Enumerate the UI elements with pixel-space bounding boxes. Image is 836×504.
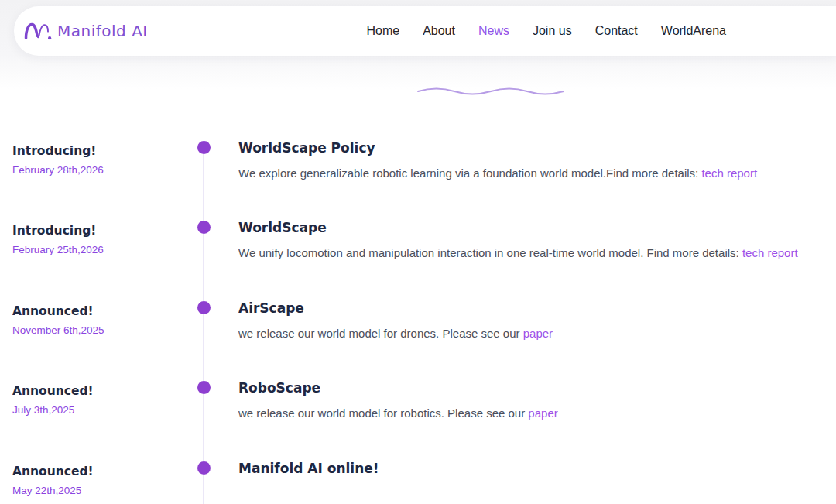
news-link[interactable]: paper [528,406,557,420]
news-title: WorldScape Policy [238,140,821,156]
news-content: WorldScape Policy We explore generalizab… [238,140,821,180]
nav-item-worldarena[interactable]: WorldArena [661,24,726,38]
news-date: July 3th,2025 [12,404,94,416]
news-meta: Announced! November 6th,2025 [12,303,104,336]
news-item: Introducing! February 28th,2026 WorldSca… [0,140,836,218]
news-meta: Announced! July 3th,2025 [12,383,94,416]
news-content: WorldScape We unify locomotion and manip… [238,220,821,260]
nav-item-about[interactable]: About [423,24,455,38]
nav-item-news[interactable]: News [478,24,509,38]
news-status-label: Introducing! [12,223,104,239]
wave-divider [416,84,565,98]
news-status-label: Announced! [12,383,94,399]
timeline-dot-icon [197,141,211,154]
manifold-squiggle-icon [23,19,53,43]
brand-logo[interactable]: Manifold AI [23,19,148,43]
news-content: AirScape we release our world model for … [238,300,821,341]
news-title: RoboScape [238,380,821,396]
brand-name: Manifold AI [57,22,148,40]
nav-item-join-us[interactable]: Join us [533,24,572,38]
news-meta: Introducing! February 25th,2026 [12,223,104,255]
news-item: Introducing! February 25th,2026 WorldSca… [0,220,836,297]
timeline-dot-icon [197,301,211,314]
news-title: Manifold AI online! [238,461,821,477]
news-body: We unify locomotion and manipulation int… [238,245,821,260]
news-body: we release our world model for drones. P… [238,326,821,341]
timeline-dot-icon [197,461,211,475]
news-title: WorldScape [238,220,821,236]
news-link[interactable]: tech report [701,166,757,180]
main-nav: Home About News Join us Contact WorldAre… [366,6,726,56]
news-body-text: We explore generalizable robotic learnin… [238,166,698,180]
news-content: RoboScape we release our world model for… [238,380,821,420]
news-page: Manifold AI Home About News Join us Cont… [0,0,836,504]
news-body-text: We unify locomotion and manipulation int… [238,246,739,259]
news-body-text: we release our world model for robotics.… [238,406,525,420]
news-item: Announced! July 3th,2025 RoboScape we re… [0,380,836,458]
news-link[interactable]: tech report [742,246,798,259]
news-status-label: Introducing! [12,143,104,159]
news-item: Announced! November 6th,2025 AirScape we… [0,300,836,378]
news-date: February 28th,2026 [12,164,104,176]
nav-item-contact[interactable]: Contact [595,24,638,38]
news-content: Manifold AI online! [238,461,821,486]
news-title: AirScape [238,300,821,317]
news-date: May 22th,2025 [12,485,94,496]
news-item: Announced! May 22th,2025 Manifold AI onl… [0,461,836,504]
nav-item-home[interactable]: Home [366,24,399,38]
news-date: November 6th,2025 [12,324,104,336]
news-meta: Announced! May 22th,2025 [12,464,94,496]
news-body: We explore generalizable robotic learnin… [238,166,821,180]
timeline-dot-icon [197,221,211,234]
news-link[interactable]: paper [523,327,553,340]
news-body-text: we release our world model for drones. P… [238,327,520,340]
top-navigation-bar: Manifold AI Home About News Join us Cont… [14,6,836,56]
timeline-dot-icon [197,381,211,394]
news-meta: Introducing! February 28th,2026 [12,143,104,176]
news-status-label: Announced! [12,464,94,480]
news-status-label: Announced! [12,303,104,320]
news-body: we release our world model for robotics.… [238,406,821,420]
news-date: February 25th,2026 [12,244,104,255]
